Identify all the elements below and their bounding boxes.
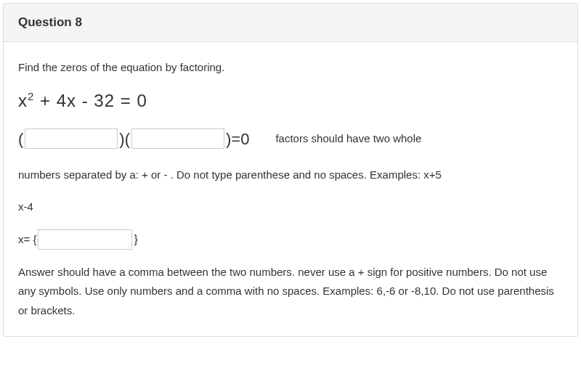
solution-close-brace: } [134,231,137,248]
solution-label: x= { [18,232,36,248]
question-header: Question 8 [4,4,577,42]
paren-mid: )( [119,127,130,151]
example-xminus: x-4 [18,199,563,216]
equation-exponent: 2 [28,90,34,102]
equation-var: x [18,91,28,110]
factor-line: ( )( )=0 factors should have two whole [18,127,563,151]
question-container: Question 8 Find the zeros of the equatio… [3,3,578,337]
question-title: Question 8 [18,15,563,30]
factor-input-1[interactable] [25,128,118,149]
paren-open-1: ( [18,127,23,151]
final-instructions: Answer should have a comma between the t… [18,263,563,320]
equation-rest: + 4x - 32 = 0 [34,91,147,110]
factor-hint-inline: factors should have two whole [275,131,421,147]
solution-line: x= { } [18,229,563,250]
equation: x2 + 4x - 32 = 0 [18,88,563,114]
solution-input[interactable] [38,229,132,250]
paren-close-eq: )=0 [226,127,249,151]
factor-input-2[interactable] [131,128,224,149]
question-body: Find the zeros of the equation by factor… [4,42,577,336]
factor-hint-block: numbers separated by a: + or - . Do not … [18,164,563,186]
question-prompt: Find the zeros of the equation by factor… [18,60,563,76]
